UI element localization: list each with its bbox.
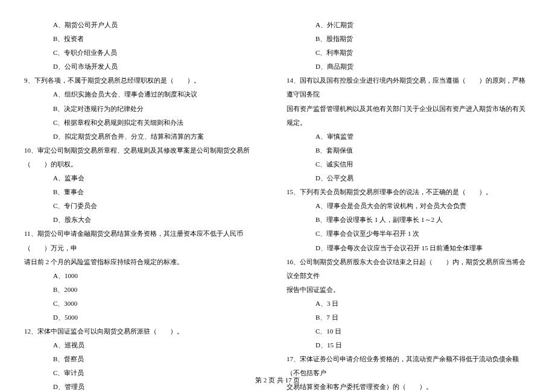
option: A、1000 [24, 269, 268, 283]
option: B、董事会 [24, 185, 268, 199]
question-14-cont: 国有资产监督管理机构以及其他有关部门关于企业以国有资产进入期货市场的有关规定。 [287, 102, 531, 130]
question-16: 16、公司制期货交易所股东大会会议结束之日起（ ）内，期货交易所应当将会议全部文… [287, 255, 531, 283]
option: D、公平交易 [287, 171, 531, 185]
option: C、专职介绍业务人员 [24, 46, 268, 60]
question-10: 10、审定公司制期货交易所章程、交易规则及其修改草案是公司制期货交易所（ ）的职… [24, 144, 268, 171]
option: D、理事会每次会议应当于会议召开 15 日前通知全体理事 [287, 241, 531, 255]
option: B、投资者 [24, 32, 268, 46]
option: C、专门委员会 [24, 199, 268, 213]
option: C、诚实信用 [287, 157, 531, 171]
option: B、套期保值 [287, 144, 531, 157]
question-11: 11、期货公司申请金融期货交易结算业务资格，其注册资本应不低于人民币（ ）万元，… [24, 227, 268, 254]
option: C、理事会会议至少每半年召开 1 次 [287, 227, 531, 241]
option: D、股东大会 [24, 213, 268, 227]
option: D、15 日 [287, 338, 531, 352]
option: A、理事会是会员大会的常设机构，对会员大会负责 [287, 199, 531, 213]
question-9: 9、下列各项，不属于期货交易所总经理职权的是（ ）。 [24, 74, 268, 87]
option: A、巡视员 [24, 338, 268, 352]
option: A、审慎监管 [287, 130, 531, 144]
question-11-cont: 请日前 2 个月的风险监管指标应持续符合规定的标准。 [24, 255, 268, 269]
option: B、督察员 [24, 352, 268, 366]
option: A、外汇期货 [287, 18, 531, 32]
question-16-cont: 报告中国证监会。 [287, 283, 531, 297]
option: D、5000 [24, 311, 268, 324]
option: D、拟定期货交易所合并、分立、结算和清算的方案 [24, 130, 268, 144]
option: A、组织实施会员大会、理事会通过的制度和决议 [24, 87, 268, 101]
option: B、股指期货 [287, 32, 531, 46]
option: C、根据章程和交易规则拟定有关细则和办法 [24, 116, 268, 130]
question-15: 15、下列有关会员制期货交易所理事会的说法，不正确的是（ ）。 [287, 185, 531, 199]
option: C、利率期货 [287, 46, 531, 60]
option: A、监事会 [24, 171, 268, 185]
option: D、公司市场开发人员 [24, 60, 268, 74]
left-column: A、期货公司开户人员 B、投资者 C、专职介绍业务人员 D、公司市场开发人员 9… [24, 18, 268, 392]
option: C、3000 [24, 297, 268, 311]
option: A、3 日 [287, 297, 531, 311]
option: B、7 日 [287, 311, 531, 324]
question-14: 14、国有以及国有控股企业进行境内外期货交易，应当遵循（ ）的原则，严格遵守国务… [287, 74, 531, 101]
page-footer: 第 2 页 共 17 页 [0, 376, 555, 385]
option: B、理事会设理事长 1 人，副理事长 1～2 人 [287, 213, 531, 227]
option: D、商品期货 [287, 60, 531, 74]
question-12: 12、宋体中国证监会可以向期货交易所派驻（ ）。 [24, 324, 268, 338]
right-column: A、外汇期货 B、股指期货 C、利率期货 D、商品期货 14、国有以及国有控股企… [287, 18, 531, 392]
option: B、2000 [24, 283, 268, 297]
option: C、10 日 [287, 324, 531, 338]
option: B、决定对违规行为的纪律处分 [24, 102, 268, 116]
option: A、期货公司开户人员 [24, 18, 268, 32]
